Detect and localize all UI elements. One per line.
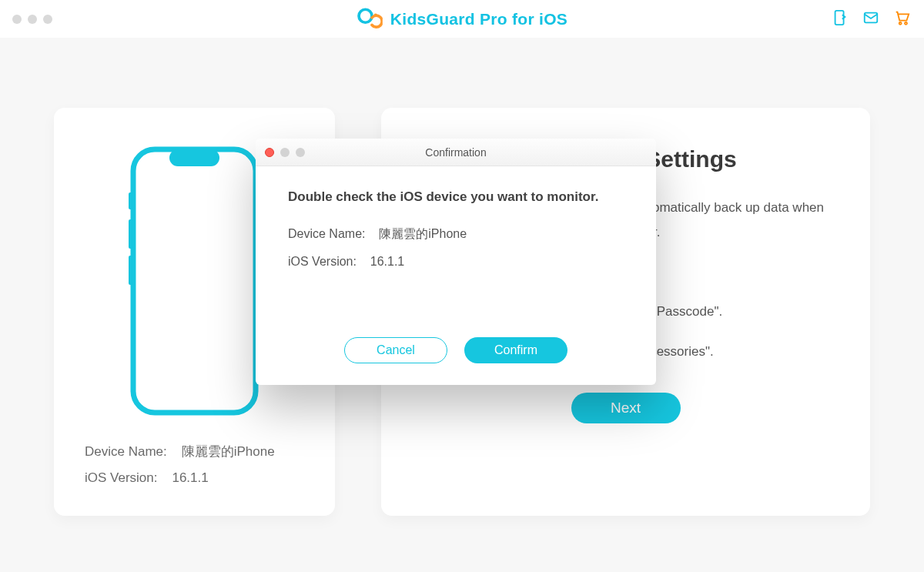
modal-titlebar: Confirmation: [256, 139, 656, 166]
modal-device-name-value: 陳麗雲的iPhone: [379, 227, 467, 240]
modal-ios-version-row: iOS Version: 16.1.1: [288, 255, 624, 269]
ios-version-row: iOS Version: 16.1.1: [85, 465, 304, 491]
svg-rect-8: [129, 192, 132, 209]
modal-ios-version-label: iOS Version:: [288, 255, 357, 268]
close-window-dot[interactable]: [12, 15, 22, 24]
modal-device-name-label: Device Name:: [288, 227, 365, 240]
next-button[interactable]: Next: [571, 393, 681, 423]
cancel-button[interactable]: Cancel: [344, 337, 447, 363]
app-title: KidsGuard Pro for iOS: [390, 10, 567, 28]
mail-icon[interactable]: [862, 9, 879, 29]
app-brand: KidsGuard Pro for iOS: [357, 6, 567, 32]
app-titlebar: KidsGuard Pro for iOS: [0, 0, 924, 38]
modal-close-dot[interactable]: [265, 148, 274, 157]
modal-actions: Cancel Confirm: [256, 337, 656, 363]
svg-point-5: [905, 22, 907, 24]
svg-rect-9: [129, 219, 132, 249]
cart-icon[interactable]: [893, 9, 910, 29]
svg-rect-6: [133, 149, 256, 413]
window-controls: [12, 15, 52, 24]
app-logo-icon: [357, 6, 383, 32]
device-name-row: Device Name: 陳麗雲的iPhone: [85, 439, 304, 465]
device-name-label: Device Name:: [85, 444, 167, 459]
modal-window-controls: [265, 148, 305, 157]
svg-rect-2: [835, 10, 844, 24]
ios-version-value: 16.1.1: [172, 470, 208, 485]
modal-ios-version-value: 16.1.1: [370, 255, 404, 268]
modal-maximize-dot[interactable]: [296, 148, 305, 157]
svg-point-4: [899, 22, 902, 24]
svg-point-1: [374, 13, 377, 16]
modal-title: Confirmation: [256, 146, 656, 159]
maximize-window-dot[interactable]: [43, 15, 52, 24]
modal-device-name-row: Device Name: 陳麗雲的iPhone: [288, 226, 624, 243]
device-name-value: 陳麗雲的iPhone: [182, 444, 275, 459]
svg-rect-7: [169, 149, 219, 166]
device-icon[interactable]: [832, 9, 849, 29]
header-actions: [832, 9, 910, 29]
ios-version-label: iOS Version:: [85, 470, 158, 485]
svg-point-0: [359, 9, 372, 22]
modal-minimize-dot[interactable]: [280, 148, 290, 157]
confirm-button[interactable]: Confirm: [464, 337, 567, 363]
modal-heading: Double check the iOS device you want to …: [288, 189, 624, 205]
modal-body: Double check the iOS device you want to …: [256, 166, 656, 269]
minimize-window-dot[interactable]: [28, 15, 37, 24]
device-info: Device Name: 陳麗雲的iPhone iOS Version: 16.…: [85, 439, 304, 491]
phone-illustration-icon: [127, 146, 262, 416]
svg-rect-10: [129, 256, 132, 285]
confirmation-modal: Confirmation Double check the iOS device…: [256, 139, 656, 385]
